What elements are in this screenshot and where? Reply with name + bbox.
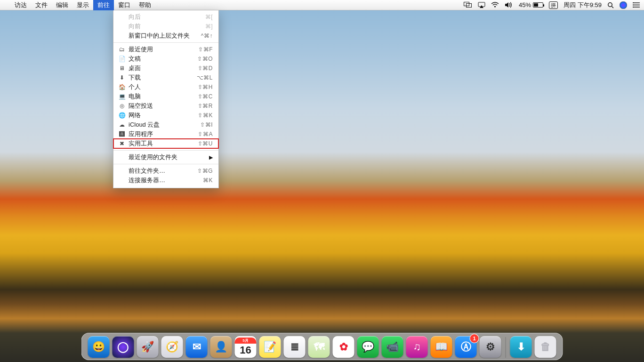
- dock-notes[interactable]: 📝: [259, 336, 281, 358]
- screen-mirroring-icon[interactable]: [464, 2, 472, 8]
- menu-item-0: 向后⌘[: [113, 12, 218, 22]
- calendar-day-label: 16: [240, 344, 251, 357]
- 🅰︎-icon: 🅰︎: [118, 131, 126, 137]
- menu-item-label: 隔空投送: [129, 102, 198, 110]
- ☁︎-icon: ☁︎: [118, 121, 126, 128]
- menu-help[interactable]: 帮助: [135, 0, 155, 10]
- menu-item-label: 电脑: [129, 92, 198, 101]
- desktop-wallpaper: [0, 0, 644, 362]
- dock-maps[interactable]: 🗺: [308, 336, 330, 358]
- menu-item-shortcut: ⇧⌘F: [198, 46, 213, 53]
- dock-messages[interactable]: 💬: [357, 336, 379, 358]
- menu-item-4[interactable]: 📄文稿⇧⌘O: [113, 54, 218, 64]
- menu-item-16[interactable]: 连接服务器…⌘K: [113, 176, 218, 185]
- menu-item-shortcut: ⇧⌘H: [198, 84, 213, 90]
- 💻-icon: 💻: [118, 93, 126, 100]
- menu-item-label: 向后: [129, 13, 205, 21]
- menu-item-recent-folders[interactable]: 最近使用的文件夹▶: [113, 153, 218, 162]
- menu-item-shortcut: ⇧⌘I: [200, 121, 213, 128]
- battery-status[interactable]: 45%: [519, 1, 543, 8]
- menu-item-1: 向前⌘]: [113, 22, 218, 31]
- menu-item-label: 最近使用: [129, 45, 198, 54]
- wifi-icon[interactable]: [491, 2, 499, 8]
- menu-item-7[interactable]: 🏠个人⇧⌘H: [113, 82, 218, 92]
- dock-photos[interactable]: ✿: [333, 336, 354, 358]
- ⬇︎-icon: ⬇︎: [118, 74, 126, 81]
- dock-separator: [506, 337, 506, 358]
- menu-item-label: 实用工具: [129, 139, 198, 148]
- svg-point-12: [633, 5, 634, 6]
- svg-point-6: [608, 2, 612, 6]
- notification-center-icon[interactable]: [633, 2, 640, 8]
- menu-item-label: 向前: [129, 22, 205, 31]
- dock-ibooks[interactable]: 📖: [431, 336, 452, 358]
- dock-trash[interactable]: 🗑: [535, 336, 556, 358]
- go-menu-dropdown: 向后⌘[向前⌘]新窗口中的上层文件夹^⌘↑🗂最近使用⇧⌘F📄文稿⇧⌘O🖥桌面⇧⌘…: [113, 10, 219, 188]
- dock-appstore[interactable]: Ⓐ1: [455, 336, 477, 358]
- dock-sysprefs[interactable]: ⚙︎: [480, 336, 501, 358]
- menubar-left: 访达 文件 编辑 显示 前往 窗口 帮助: [5, 0, 155, 10]
- battery-icon: [533, 2, 543, 8]
- menu-item-2[interactable]: 新窗口中的上层文件夹^⌘↑: [113, 31, 218, 40]
- menu-item-6[interactable]: ⬇︎下载⌥⌘L: [113, 73, 218, 82]
- menu-item-shortcut: ⇧⌘G: [197, 168, 213, 174]
- menu-window[interactable]: 窗口: [114, 0, 135, 10]
- svg-point-11: [633, 2, 634, 3]
- menubar-right: 45% 拼 周四 下午9:59: [458, 1, 640, 9]
- dock-calendar[interactable]: 5月16: [235, 336, 257, 358]
- dock-itunes[interactable]: ♫: [406, 336, 428, 358]
- submenu-arrow-icon: ▶: [209, 154, 213, 161]
- menu-item-5[interactable]: 🖥桌面⇧⌘D: [113, 64, 218, 73]
- dock-finder[interactable]: 😀: [88, 336, 110, 358]
- siri-icon[interactable]: [620, 1, 627, 9]
- dock-contacts[interactable]: 👤: [210, 336, 232, 358]
- menu-item-label: 网络: [129, 111, 198, 120]
- dock: 😀◯🚀🧭✉︎👤5月16📝≣🗺✿💬📹♫📖Ⓐ1⚙︎⬇︎🗑: [81, 333, 563, 360]
- svg-line-7: [612, 6, 614, 8]
- menu-item-label: 前往文件夹…: [129, 167, 197, 175]
- menu-file[interactable]: 文件: [31, 0, 52, 10]
- menu-item-shortcut: ⇧⌘C: [198, 93, 213, 100]
- menu-item-shortcut: ⌘[: [205, 14, 213, 20]
- clock[interactable]: 周四 下午9:59: [564, 1, 602, 9]
- 🏠-icon: 🏠: [118, 84, 126, 90]
- menu-item-label: 桌面: [129, 64, 198, 72]
- 📄-icon: 📄: [118, 56, 126, 62]
- volume-icon[interactable]: [505, 2, 513, 8]
- dock-reminders[interactable]: ≣: [284, 336, 306, 358]
- menu-finder[interactable]: 访达: [10, 0, 31, 10]
- menu-item-shortcut: ⌘K: [203, 177, 213, 184]
- dock-siri[interactable]: ◯: [113, 336, 134, 358]
- menu-item-9[interactable]: ◎隔空投送⇧⌘R: [113, 101, 218, 111]
- spotlight-icon[interactable]: [607, 2, 614, 8]
- menu-item-8[interactable]: 💻电脑⇧⌘C: [113, 92, 218, 101]
- menu-item-15[interactable]: 前往文件夹…⇧⌘G: [113, 166, 218, 176]
- dock-launchpad[interactable]: 🚀: [137, 336, 159, 358]
- airplay-icon[interactable]: [478, 2, 485, 8]
- dock-badge: 1: [470, 334, 479, 343]
- menubar: 访达 文件 编辑 显示 前往 窗口 帮助 45% 拼 周四 下午9:59: [0, 0, 644, 10]
- 🗂-icon: 🗂: [118, 46, 126, 53]
- menu-item-shortcut: ⌥⌘L: [197, 74, 213, 81]
- menu-item-label: 最近使用的文件夹: [129, 153, 209, 161]
- menu-item-12[interactable]: 🅰︎应用程序⇧⌘A: [113, 129, 218, 139]
- menu-item-3[interactable]: 🗂最近使用⇧⌘F: [113, 45, 218, 54]
- menu-edit[interactable]: 编辑: [52, 0, 72, 10]
- menu-go[interactable]: 前往: [93, 0, 114, 10]
- menu-item-shortcut: ⇧⌘A: [198, 131, 213, 137]
- menu-item-10[interactable]: 🌐网络⇧⌘K: [113, 111, 218, 120]
- svg-marker-5: [505, 2, 508, 8]
- menu-item-11[interactable]: ☁︎iCloud 云盘⇧⌘I: [113, 120, 218, 129]
- menu-view[interactable]: 显示: [72, 0, 93, 10]
- input-method[interactable]: 拼: [549, 1, 558, 9]
- dock-mail[interactable]: ✉︎: [186, 336, 208, 358]
- menu-item-shortcut: ⇧⌘O: [197, 56, 213, 62]
- menu-item-13[interactable]: ✖︎实用工具⇧⌘U: [113, 139, 218, 148]
- battery-percent: 45%: [519, 1, 531, 8]
- svg-point-13: [633, 7, 634, 8]
- dock-facetime[interactable]: 📹: [382, 336, 403, 358]
- dock-downloads[interactable]: ⬇︎: [510, 336, 532, 358]
- dock-safari[interactable]: 🧭: [161, 336, 183, 358]
- ✖︎-icon: ✖︎: [118, 140, 126, 147]
- menu-item-shortcut: ⇧⌘R: [198, 103, 213, 109]
